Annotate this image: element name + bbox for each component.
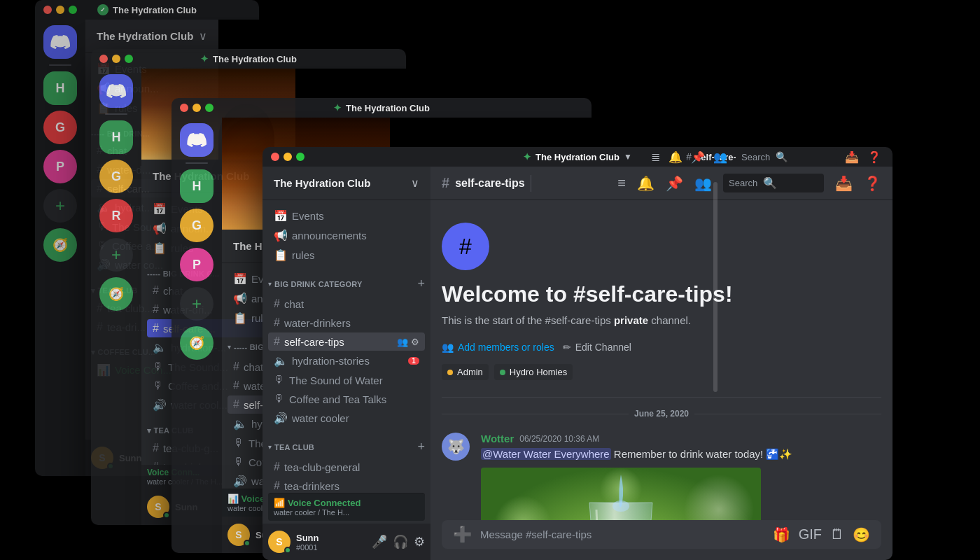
server-icon-d[interactable]: P — [180, 248, 214, 281]
ch-chat-4[interactable]: # chat — [268, 295, 425, 313]
mute-icon-4[interactable]: 🔔 — [668, 150, 682, 164]
help-icon-4[interactable]: ❓ — [867, 150, 881, 164]
hash-icon-tea-4: # — [274, 461, 280, 473]
add-members-btn-4[interactable]: 👥 Add members or roles — [442, 339, 554, 356]
minimize-button-4[interactable] — [284, 153, 292, 161]
add-server-button-2[interactable]: + — [99, 238, 133, 272]
search-box-4[interactable]: Search 🔍 — [736, 148, 836, 165]
server-header-4[interactable]: The Hydration Club ∨ — [262, 167, 430, 200]
ch-tea2-4[interactable]: # tea-drinkers — [268, 477, 425, 490]
welcome-title-4: Welcome to #self-care-tips! — [442, 281, 881, 307]
cat-tea-4[interactable]: ▾ TEA CLUB + — [262, 428, 430, 457]
cat-tea-add-4[interactable]: + — [417, 440, 425, 454]
chat-add-icon-4[interactable]: ➕ — [453, 526, 472, 544]
title-bar-content-1: ✓ The Hydration Club — [97, 4, 197, 15]
ch-water-4[interactable]: # water-drinkers — [268, 314, 425, 332]
notification-header-icon-4[interactable]: 🔔 — [637, 175, 654, 192]
server-header-1[interactable]: The Hydration Club ∨ — [85, 20, 218, 53]
minimize-button-2[interactable] — [112, 55, 120, 63]
window-title-4: The Hydration Club — [536, 152, 620, 162]
threads-header-icon-4[interactable]: ≡ — [617, 175, 626, 191]
ch-events-4[interactable]: 📅 Events — [268, 206, 425, 225]
maximize-button-4[interactable] — [296, 153, 304, 161]
chat-input-field-4[interactable]: Message #self-care-tips — [480, 520, 764, 549]
ch-hydro-4[interactable]: 🔈 hydration-stories 1 — [268, 351, 425, 370]
server-icon-discord-3[interactable] — [180, 123, 214, 157]
minimize-button-3[interactable] — [192, 104, 201, 112]
server-icon-a[interactable]: G — [99, 160, 133, 193]
ch-sound-4[interactable]: 🎙 The Sound of Water — [268, 371, 425, 389]
title-bar-2: ✦ The Hydration Club — [91, 49, 406, 69]
role-badge-hydro-4: Hydro Homies — [494, 364, 573, 380]
cat-bigdrink-add-4[interactable]: + — [417, 276, 425, 291]
server-icon-hydration-2[interactable]: H — [99, 120, 133, 154]
scrollbar-4[interactable] — [713, 182, 718, 392]
deafen-icon-4[interactable]: 🎧 — [393, 534, 408, 550]
gift-icon-4[interactable]: 🎁 — [773, 526, 790, 543]
ch-coffee-4[interactable]: 🎙 Coffee and Tea Talks — [268, 390, 425, 408]
minimize-button-1[interactable] — [56, 6, 64, 14]
settings-user-icon-4[interactable]: ⚙ — [414, 534, 425, 550]
server-icon-2[interactable]: G — [43, 111, 77, 144]
edit-channel-btn-4[interactable]: ✏ Edit Channel — [563, 339, 631, 356]
server-expand-icon: ∨ — [199, 29, 207, 43]
ch-selfcare-4[interactable]: # self-care-tips 👥 ⚙ — [268, 332, 425, 351]
ch-rules-4[interactable]: 📋 rules — [268, 246, 425, 265]
server-icon-3[interactable]: P — [43, 150, 77, 183]
ch-cooler-4[interactable]: 🔊 water cooler — [268, 409, 425, 428]
rules-icon-4: 📋 — [274, 248, 288, 262]
pin-icon-4[interactable]: 📌 — [691, 150, 705, 164]
channel-header-name-4: self-care-tips — [455, 177, 525, 190]
user-avatar-wrap-4: S — [268, 531, 290, 553]
discover-icon-1[interactable]: 🧭 — [43, 228, 77, 262]
title-bar-4: ✦ The Hydration Club ▼ # self-care-tips … — [262, 147, 892, 167]
message-author-1-4: Wotter — [481, 433, 514, 444]
gif-icon-4[interactable]: GIF — [799, 526, 822, 542]
close-button-1[interactable] — [43, 6, 52, 14]
discord-window-4: ✦ The Hydration Club ▼ # self-care-tips … — [262, 147, 892, 560]
server-icon-c[interactable]: G — [180, 209, 214, 242]
search-box-header-4[interactable]: Search 🔍 — [723, 174, 824, 192]
svg-point-9 — [612, 500, 629, 512]
help-header-icon-4[interactable]: ❓ — [864, 175, 881, 192]
discover-icon-2[interactable]: 🧭 — [99, 277, 133, 311]
server-icon-b[interactable]: R — [99, 199, 133, 232]
chat-input-area-4: ➕ Message #self-care-tips 🎁 GIF 🗒 😊 — [430, 520, 892, 560]
server-icon-discord-1[interactable] — [43, 25, 77, 59]
inbox-header-icon-4[interactable]: 📥 — [835, 175, 853, 192]
threads-icon-4[interactable]: ≣ — [651, 150, 660, 164]
members-icon-4[interactable]: 👥 — [713, 150, 727, 164]
date-sep-text-4: June 25, 2020 — [634, 409, 689, 419]
ch-teatalk-4[interactable]: # tea-club-general — [268, 458, 425, 476]
discover-icon-3[interactable]: 🧭 — [180, 326, 214, 360]
server-sidebar-1: H G P + 🧭 — [35, 20, 85, 476]
channel-header-4: # self-care-tips ≡ 🔔 📌 👥 Search 🔍 📥 ❓ — [430, 167, 892, 200]
message-header-1-4: Wotter 06/25/2020 10:36 AM — [481, 433, 881, 444]
add-server-button-1[interactable]: + — [43, 189, 77, 223]
chat-input-box-4: ➕ Message #self-care-tips 🎁 GIF 🗒 😊 — [442, 520, 881, 549]
inbox-icon-4[interactable]: 📥 — [845, 150, 859, 164]
emoji-icon-4[interactable]: 😊 — [853, 526, 870, 543]
maximize-button-3[interactable] — [205, 104, 214, 112]
maximize-button-1[interactable] — [69, 6, 77, 14]
mute-mic-icon-4[interactable]: 🎤 — [372, 534, 387, 550]
pin-header-icon-4[interactable]: 📌 — [666, 175, 683, 192]
close-button-4[interactable] — [271, 153, 279, 161]
close-button-2[interactable] — [99, 55, 108, 63]
server-checkmark-1: ✓ — [97, 4, 108, 15]
welcome-desc-4: This is the start of the #self-care-tips… — [442, 313, 881, 328]
server-icon-discord-2[interactable] — [99, 74, 133, 108]
ch-announce-4[interactable]: 📢 announcements — [268, 226, 425, 245]
sticker-icon-4[interactable]: 🗒 — [830, 526, 844, 542]
announce-icon-4: 📢 — [274, 229, 288, 242]
add-server-button-3[interactable]: + — [180, 287, 214, 321]
server-icon-hydration-3[interactable]: H — [180, 169, 214, 203]
server-icon-hydration-1[interactable]: H — [43, 71, 77, 105]
user-controls-4: 🎤 🎧 ⚙ — [372, 534, 425, 550]
maximize-button-2[interactable] — [125, 55, 133, 63]
cat-bigdrink-4[interactable]: ▾ BIG DRINK CATEGORY + — [262, 265, 430, 294]
close-button-3[interactable] — [180, 104, 188, 112]
add-members-icon-4: 👥 — [442, 342, 454, 353]
header-divider-4 — [531, 175, 531, 192]
members-header-icon-4[interactable]: 👥 — [694, 175, 712, 192]
